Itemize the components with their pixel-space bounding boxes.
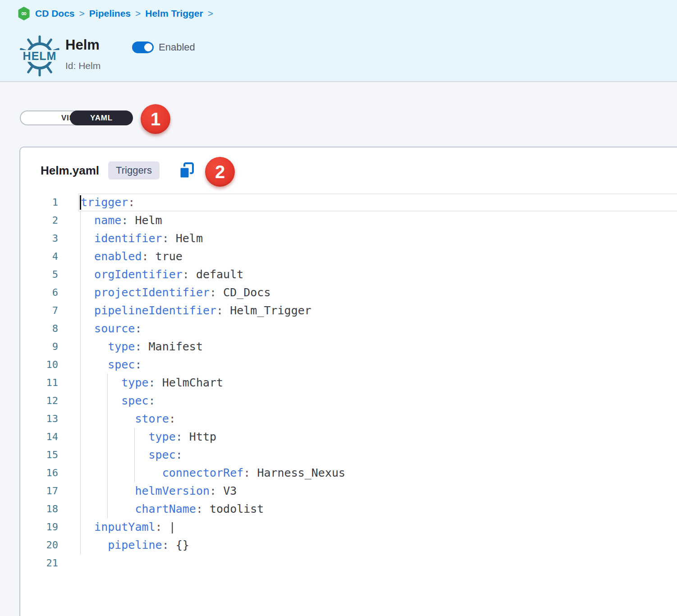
- code-editor-lines: 1trigger:2 name: Helm3 identifier: Helm4…: [20, 193, 677, 572]
- code-line-content[interactable]: connectorRef: Harness_Nexus: [81, 464, 677, 482]
- code-line-content[interactable]: identifier: Helm: [81, 230, 677, 248]
- line-number[interactable]: 14: [20, 428, 58, 446]
- indent-guide: [80, 446, 81, 464]
- code-line-content[interactable]: spec:: [81, 392, 677, 410]
- code-line[interactable]: 21: [20, 554, 677, 572]
- line-number[interactable]: 12: [20, 392, 58, 410]
- breadcrumb-item[interactable]: CD Docs: [35, 8, 75, 19]
- line-number[interactable]: 7: [20, 302, 58, 320]
- code-line-content[interactable]: chartName: todolist: [81, 500, 677, 518]
- indent-guide: [107, 446, 108, 464]
- code-line[interactable]: 8 source:: [20, 320, 677, 338]
- code-line-content[interactable]: type: HelmChart: [81, 374, 677, 392]
- indent-guide: [80, 482, 81, 500]
- indent-guide: [134, 464, 135, 482]
- code-line-content[interactable]: projectIdentifier: CD_Docs: [81, 284, 677, 302]
- indent-guide: [134, 446, 135, 464]
- callout-1: 1: [141, 104, 170, 134]
- code-line-content[interactable]: store:: [81, 410, 677, 428]
- svg-text:HELM: HELM: [23, 50, 57, 62]
- toggle-knob: [143, 42, 154, 53]
- code-line-content[interactable]: type: Http: [81, 428, 677, 446]
- line-number[interactable]: 21: [20, 554, 58, 572]
- line-number[interactable]: 10: [20, 356, 58, 374]
- yaml-editor[interactable]: 1trigger:2 name: Helm3 identifier: Helm4…: [20, 193, 677, 572]
- code-line[interactable]: 7 pipelineIdentifier: Helm_Trigger: [20, 302, 677, 320]
- line-number[interactable]: 13: [20, 410, 58, 428]
- breadcrumb-items: CD Docs>Pipelines>Helm Trigger>: [35, 8, 213, 19]
- code-line[interactable]: 16 connectorRef: Harness_Nexus: [20, 464, 677, 482]
- code-line-content[interactable]: type: Manifest: [81, 338, 677, 356]
- code-line[interactable]: 2 name: Helm: [20, 211, 677, 230]
- code-line[interactable]: 12 spec:: [20, 392, 677, 410]
- indent-guide: [107, 392, 108, 410]
- indent-guide: [80, 392, 81, 410]
- tab-yaml[interactable]: YAML: [70, 110, 133, 125]
- indent-guide: [107, 482, 108, 500]
- page-header: ∞ CD Docs>Pipelines>Helm Trigger>: [0, 0, 677, 82]
- line-number[interactable]: 15: [20, 446, 58, 464]
- indent-guide: [80, 518, 81, 536]
- code-line-content[interactable]: pipeline: {}: [81, 536, 677, 554]
- code-line-content[interactable]: inputYaml: |: [81, 518, 677, 536]
- breadcrumb-separator: >: [208, 8, 213, 19]
- copy-button[interactable]: [178, 161, 195, 179]
- helm-logo-icon: HELM: [18, 34, 61, 78]
- text-cursor: [80, 195, 81, 210]
- code-line[interactable]: 13 store:: [20, 410, 677, 428]
- code-line[interactable]: 11 type: HelmChart: [20, 374, 677, 392]
- file-name: Helm.yaml: [41, 164, 99, 178]
- cd-module-icon: ∞: [17, 6, 31, 21]
- line-number[interactable]: 16: [20, 464, 58, 482]
- entity-id: Id: Helm: [65, 60, 101, 71]
- code-line-content[interactable]: spec:: [81, 356, 677, 374]
- code-line[interactable]: 6 projectIdentifier: CD_Docs: [20, 284, 677, 302]
- line-number[interactable]: 9: [20, 338, 58, 356]
- line-number[interactable]: 19: [20, 518, 58, 536]
- code-line-content[interactable]: helmVersion: V3: [81, 482, 677, 500]
- code-line-content[interactable]: trigger:: [81, 193, 677, 211]
- code-line[interactable]: 18 chartName: todolist: [20, 500, 677, 518]
- code-line-content[interactable]: name: Helm: [81, 211, 677, 230]
- code-line[interactable]: 9 type: Manifest: [20, 338, 677, 356]
- line-number[interactable]: 4: [20, 248, 58, 266]
- code-line-content[interactable]: enabled: true: [81, 248, 677, 266]
- code-line-content[interactable]: source:: [81, 320, 677, 338]
- line-number[interactable]: 8: [20, 320, 58, 338]
- indent-guide: [80, 211, 81, 230]
- line-number[interactable]: 1: [20, 193, 58, 211]
- line-number[interactable]: 11: [20, 374, 58, 392]
- code-line-content[interactable]: pipelineIdentifier: Helm_Trigger: [81, 302, 677, 320]
- code-line[interactable]: 4 enabled: true: [20, 248, 677, 266]
- breadcrumb-item[interactable]: Pipelines: [89, 8, 131, 19]
- breadcrumb-separator: >: [79, 8, 85, 19]
- indent-guide: [80, 338, 81, 356]
- code-line-content[interactable]: spec:: [81, 446, 677, 464]
- code-line[interactable]: 1trigger:: [20, 193, 677, 211]
- code-line[interactable]: 20 pipeline: {}: [20, 536, 677, 554]
- line-number[interactable]: 6: [20, 284, 58, 302]
- line-number[interactable]: 20: [20, 536, 58, 554]
- breadcrumb-item[interactable]: Helm Trigger: [145, 8, 203, 19]
- line-number[interactable]: 18: [20, 500, 58, 518]
- yaml-panel-header: Helm.yaml Triggers: [20, 147, 677, 180]
- indent-guide: [107, 428, 108, 446]
- code-line[interactable]: 3 identifier: Helm: [20, 230, 677, 248]
- code-line[interactable]: 15 spec:: [20, 446, 677, 464]
- indent-guide: [80, 356, 81, 374]
- line-number[interactable]: 2: [20, 211, 58, 230]
- indent-guide: [80, 500, 81, 518]
- enabled-toggle[interactable]: [132, 41, 153, 53]
- code-line-content[interactable]: orgIdentifier: default: [81, 266, 677, 284]
- line-number[interactable]: 3: [20, 230, 58, 248]
- code-line[interactable]: 14 type: Http: [20, 428, 677, 446]
- indent-guide: [80, 464, 81, 482]
- indent-guide: [107, 464, 108, 482]
- code-line[interactable]: 17 helmVersion: V3: [20, 482, 677, 500]
- code-line[interactable]: 5 orgIdentifier: default: [20, 266, 677, 284]
- line-number[interactable]: 5: [20, 266, 58, 284]
- code-line[interactable]: 10 spec:: [20, 356, 677, 374]
- code-line[interactable]: 19 inputYaml: |: [20, 518, 677, 536]
- line-number[interactable]: 17: [20, 482, 58, 500]
- code-line-content[interactable]: [81, 554, 677, 572]
